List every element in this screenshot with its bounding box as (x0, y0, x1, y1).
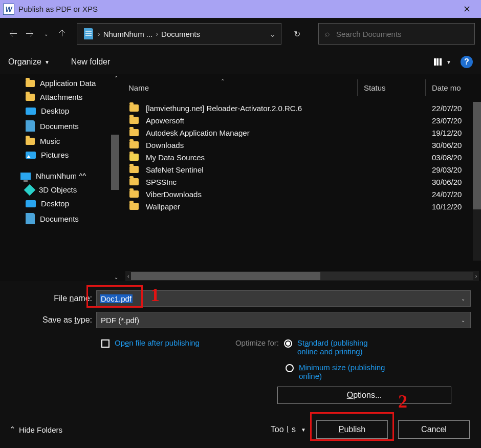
optimize-label: Optimize for: (235, 338, 279, 347)
folder-icon (26, 80, 35, 87)
list-item[interactable]: Wallpaper10/12/20 (120, 200, 481, 212)
breadcrumb-sep-icon: › (96, 30, 102, 38)
breadcrumb-sep-icon: › (154, 30, 160, 38)
cancel-button[interactable]: Cancel (398, 420, 470, 439)
open-after-label[interactable]: Open file after publishing (115, 338, 200, 347)
document-icon (26, 213, 35, 224)
sidebar-item-music[interactable]: Music (0, 134, 120, 148)
desktop-icon (26, 108, 36, 115)
column-date[interactable]: Date mo (432, 83, 473, 92)
optimize-standard-radio[interactable] (284, 339, 292, 348)
list-item[interactable]: Downloads30/06/20 (120, 139, 481, 151)
scrollbar-thumb[interactable] (473, 102, 481, 209)
file-name: [lamviethung.net] Reloader-Activator.2.0… (146, 104, 370, 113)
forward-button[interactable]: 🡢 (23, 27, 37, 41)
options-button[interactable]: Options... (277, 387, 451, 404)
file-list-pane: ⌃Name Status Date mo [lamviethung.net] R… (120, 74, 481, 281)
breadcrumb-seg-1[interactable]: NhumNhum ... (102, 30, 154, 38)
app-icon: W (3, 4, 14, 15)
sidebar-item-label: Documents (40, 122, 79, 131)
list-hscrollbar[interactable]: ‹ › (125, 271, 479, 281)
file-name: SPSSInc (146, 178, 370, 186)
file-date: 19/12/20 (432, 129, 473, 137)
list-item[interactable]: Apowersoft23/07/20 (120, 114, 481, 126)
search-box[interactable]: ⌕ (318, 23, 475, 45)
open-after-checkbox[interactable] (101, 339, 110, 348)
folder-icon (129, 117, 139, 124)
desktop-icon (26, 200, 36, 207)
scroll-up-icon[interactable]: ⌃ (114, 75, 118, 81)
sidebar-item-documents-2[interactable]: Documents (0, 210, 120, 227)
organize-menu[interactable]: Organize ▼ (8, 57, 50, 67)
folder-icon (129, 203, 139, 210)
chevron-down-icon[interactable]: ⌄ (461, 317, 465, 323)
file-name: SafeNet Sentinel (146, 165, 370, 174)
sidebar-item-attachments[interactable]: Attachments (0, 90, 120, 104)
optimize-minimum-radio[interactable] (286, 364, 294, 372)
tools-menu[interactable]: Tools▼ (271, 425, 306, 434)
savetype-field[interactable]: PDF (*.pdf) ⌄ (96, 312, 471, 328)
hide-folders-button[interactable]: ⌃Hide Folders (9, 425, 62, 434)
filename-field[interactable]: Doc1.pdf ⌄ (96, 290, 471, 307)
scroll-left-icon[interactable]: ‹ (125, 273, 131, 279)
new-folder-button[interactable]: New folder (71, 57, 110, 67)
view-options-button[interactable]: ▼ (434, 58, 451, 66)
file-name: Autodesk Application Manager (146, 129, 370, 137)
search-input[interactable] (336, 30, 474, 38)
sidebar-item-label: Application Data (40, 79, 96, 88)
sidebar-item-label: 3D Objects (39, 185, 77, 194)
sidebar: Application Data Attachments Desktop Doc… (0, 74, 120, 281)
sidebar-item-documents[interactable]: Documents (0, 118, 120, 134)
address-dropdown-icon[interactable]: ⌄ (269, 29, 281, 39)
list-item[interactable]: My Data Sources03/08/20 (120, 151, 481, 163)
footer: ⌃Hide Folders Tools▼ Publish Cancel 2 (0, 409, 481, 448)
file-date: 30/06/20 (432, 141, 473, 150)
view-icon (434, 58, 443, 66)
sidebar-item-3d-objects[interactable]: 3D Objects (0, 183, 120, 197)
filename-label: File name: (10, 294, 96, 303)
sidebar-item-desktop[interactable]: Desktop (0, 104, 120, 118)
folder-icon (129, 166, 139, 173)
list-item[interactable]: ViberDownloads24/07/20 (120, 188, 481, 200)
sidebar-item-pictures[interactable]: Pictures (0, 148, 120, 162)
column-status[interactable]: Status (364, 83, 425, 92)
sidebar-item-this-pc[interactable]: NhumNhum ^^ (0, 169, 120, 183)
address-bar[interactable]: › NhumNhum ... › Documents ⌄ (77, 23, 281, 45)
breadcrumb-seg-2[interactable]: Documents (160, 30, 201, 38)
list-item[interactable]: Autodesk Application Manager19/12/20 (120, 126, 481, 139)
folder-icon (129, 178, 139, 185)
back-button[interactable]: 🡠 (6, 27, 20, 41)
sidebar-item-label: Attachments (40, 93, 82, 101)
close-button[interactable]: ✕ (456, 2, 478, 17)
chevron-down-icon[interactable]: ⌄ (461, 296, 465, 302)
folder-icon (129, 104, 139, 112)
scrollbar-thumb[interactable] (131, 272, 320, 280)
publish-button[interactable]: Publish (316, 420, 388, 439)
list-item[interactable]: SPSSInc30/06/20 (120, 176, 481, 188)
window-title: Publish as PDF or XPS (18, 5, 98, 13)
scroll-down-icon[interactable]: ⌄ (114, 274, 118, 280)
sidebar-item-application-data[interactable]: Application Data (0, 76, 120, 90)
sidebar-item-label: Desktop (41, 106, 69, 115)
list-item[interactable]: [lamviethung.net] Reloader-Activator.2.0… (120, 102, 481, 114)
sidebar-scrollbar[interactable]: ⌃ ⌄ (110, 74, 119, 281)
sidebar-item-desktop-2[interactable]: Desktop (0, 197, 120, 210)
chevron-down-icon: ▼ (446, 59, 451, 65)
list-vscrollbar[interactable] (473, 102, 481, 261)
scrollbar-thumb[interactable] (111, 135, 119, 190)
optimize-standard-label[interactable]: Standard (publishing online and printing… (297, 338, 389, 356)
column-name[interactable]: ⌃Name (128, 83, 357, 92)
sidebar-item-label: Music (40, 137, 60, 145)
scrollbar-track[interactable] (131, 272, 473, 280)
file-list: [lamviethung.net] Reloader-Activator.2.0… (120, 102, 481, 271)
help-button[interactable]: ? (461, 56, 473, 68)
up-button[interactable]: 🡡 (55, 27, 70, 41)
sidebar-item-label: Desktop (41, 199, 69, 208)
scroll-right-icon[interactable]: › (473, 273, 479, 279)
column-headers: ⌃Name Status Date mo (120, 74, 481, 102)
optimize-minimum-label[interactable]: Minimum size (publishing online) (299, 363, 391, 380)
refresh-button[interactable]: ↻ (287, 29, 307, 39)
file-date: 30/06/20 (432, 178, 473, 186)
recent-dropdown[interactable]: ⌄ (39, 27, 53, 41)
list-item[interactable]: SafeNet Sentinel29/03/20 (120, 163, 481, 176)
